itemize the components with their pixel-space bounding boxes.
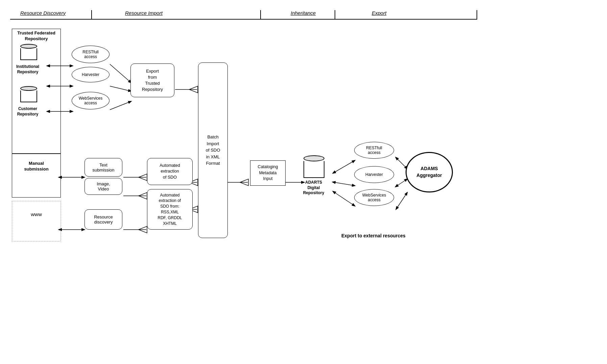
restfull-access-left: RESTfull access bbox=[72, 46, 110, 63]
divider-2 bbox=[260, 10, 261, 20]
batch-import: Batch Import of SDO in XML Format bbox=[198, 62, 228, 238]
section-label-resource-discovery: Resource Discovery bbox=[20, 10, 66, 16]
manual-submission-label: Manual submission bbox=[12, 154, 60, 174]
harvester-left: Harvester bbox=[72, 67, 110, 82]
cylinder-top-institutional bbox=[20, 44, 37, 49]
automated-extraction-rss: Automated extraction of SDO from: RSS,XM… bbox=[147, 189, 193, 230]
section-label-resource-import: Resource Import bbox=[125, 10, 163, 16]
cylinder-body-customer bbox=[20, 90, 37, 102]
cylinder-body-adarts bbox=[304, 161, 324, 178]
adarts-cylinder bbox=[304, 155, 324, 178]
cylinder-top-adarts bbox=[304, 155, 324, 161]
svg-line-24 bbox=[335, 182, 355, 186]
svg-marker-20 bbox=[240, 179, 248, 186]
restfull-access-right: RESTfull access bbox=[354, 142, 394, 159]
svg-line-3 bbox=[110, 64, 131, 83]
svg-line-23 bbox=[335, 160, 355, 172]
cataloging-metadata: Cataloging Metadata Input bbox=[250, 160, 286, 186]
export-external-label: Export to external resources bbox=[341, 233, 406, 238]
svg-line-4 bbox=[110, 86, 131, 91]
customer-repo-label: Customer Repository bbox=[14, 106, 41, 117]
section-label-export: Export bbox=[372, 10, 386, 16]
svg-marker-6 bbox=[189, 86, 198, 93]
automated-extraction-sdo: Automated extraction of SDO bbox=[147, 158, 193, 185]
resource-discovery: Resource discovery bbox=[84, 209, 122, 230]
svg-line-25 bbox=[335, 192, 355, 206]
export-from-trusted: Export from Trusted Repository bbox=[130, 63, 174, 97]
webservices-left: WebServices access bbox=[72, 92, 110, 109]
cylinder-body-institutional bbox=[20, 48, 37, 60]
www-label: www bbox=[12, 201, 60, 219]
institutional-repo-cylinder bbox=[20, 44, 37, 60]
divider-3 bbox=[335, 10, 335, 20]
institutional-repo-label: Institutional Repository bbox=[14, 64, 41, 75]
svg-marker-11 bbox=[139, 192, 147, 199]
svg-marker-9 bbox=[139, 174, 147, 181]
customer-repo-cylinder bbox=[20, 86, 37, 102]
svg-line-27 bbox=[397, 179, 407, 186]
harvester-right: Harvester bbox=[354, 166, 394, 183]
svg-line-5 bbox=[110, 101, 131, 110]
image-video: Image, Video bbox=[84, 178, 122, 195]
svg-marker-16 bbox=[139, 226, 147, 233]
divider-4 bbox=[477, 10, 477, 20]
diagram-container: Resource Discovery Resource Import Inher… bbox=[10, 10, 598, 355]
divider-1 bbox=[91, 10, 92, 20]
trusted-federated-repo-label: Trusted Federated Repository bbox=[12, 29, 60, 43]
section-label-inheritance: Inheritance bbox=[291, 10, 316, 16]
svg-line-28 bbox=[397, 192, 407, 208]
adarts-label: ADARTS Digital Repository bbox=[297, 180, 331, 196]
cylinder-top-customer bbox=[20, 86, 37, 91]
www-box: www bbox=[12, 201, 61, 241]
adams-aggregator: ADAMS Aggregator bbox=[406, 152, 453, 192]
webservices-right: WebServices access bbox=[354, 189, 394, 206]
top-line bbox=[10, 19, 477, 20]
manual-submission-box: Manual submission bbox=[12, 154, 61, 198]
text-submission: Text submission bbox=[84, 158, 122, 177]
svg-line-26 bbox=[397, 159, 407, 169]
